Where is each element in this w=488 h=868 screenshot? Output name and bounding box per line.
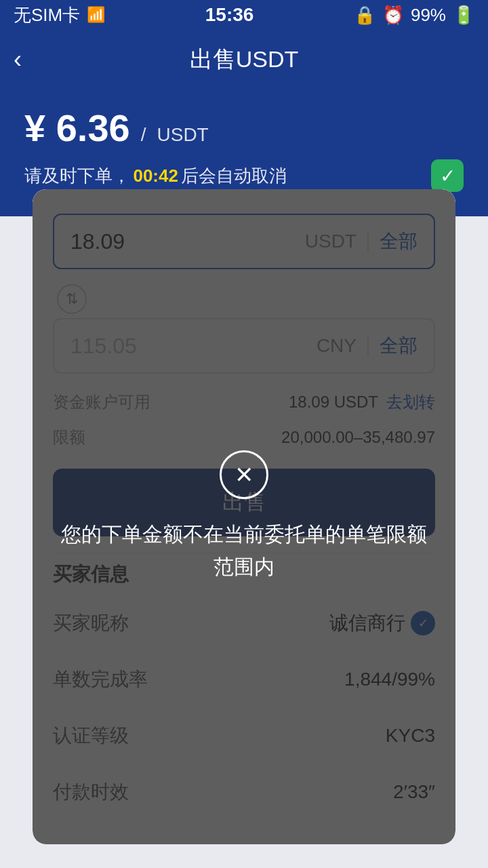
status-bar: 无SIM卡 📶 15:36 🔒 ⏰ 99% 🔋: [0, 0, 488, 30]
back-button[interactable]: ‹: [14, 47, 22, 72]
alarm-icon: ⏰: [382, 5, 404, 26]
price-value: 6.36: [56, 106, 130, 149]
after-countdown: 后会自动取消: [181, 165, 287, 186]
close-icon: ✕: [235, 461, 253, 488]
main-card: 18.09 USDT 全部 ⇅ 115.05 CNY 全部: [33, 189, 455, 844]
overlay-message: 您的下单金额不在当前委托单的单笔限额范围内: [60, 518, 428, 583]
currency-symbol: ¥: [24, 106, 45, 149]
wifi-icon: 📶: [87, 6, 105, 24]
prompt-text: 请及时下单，: [24, 165, 130, 186]
countdown-value: 00:42: [133, 165, 178, 186]
price-separator: /: [141, 124, 146, 146]
below-card-area: [0, 858, 488, 868]
price-row: ¥ 6.36 / USDT: [24, 106, 464, 150]
battery-icon: 🔋: [453, 5, 474, 26]
price-unit: USDT: [157, 124, 209, 146]
page-header: ‹ 出售USDT: [0, 30, 488, 90]
price-symbol-currency: ¥ 6.36: [24, 106, 130, 150]
lock-icon: 🔒: [354, 5, 375, 26]
overlay-close-button[interactable]: ✕: [220, 450, 268, 499]
error-overlay: ✕ 您的下单金额不在当前委托单的单笔限额范围内: [33, 189, 455, 844]
page-title: 出售USDT: [190, 44, 299, 75]
timer-row: 请及时下单， 00:42 后会自动取消 ✓: [24, 159, 464, 192]
verify-badge: ✓: [431, 159, 464, 192]
sim-text: 无SIM卡: [14, 3, 80, 27]
status-right: 🔒 ⏰ 99% 🔋: [354, 5, 474, 26]
timer-text: 请及时下单， 00:42 后会自动取消: [24, 164, 287, 188]
battery-text: 99%: [411, 5, 446, 26]
status-time: 15:36: [205, 4, 254, 26]
status-left: 无SIM卡 📶: [14, 3, 105, 27]
